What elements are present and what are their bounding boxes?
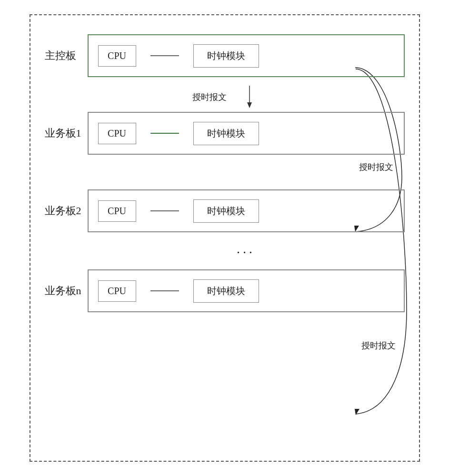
service-board-n-connector <box>150 290 179 291</box>
service-board-1-clock: 时钟模块 <box>193 122 259 145</box>
service-board-1-box: CPU 时钟模块 <box>88 112 405 155</box>
svg-marker-3 <box>355 409 359 415</box>
service-board-2-connector <box>150 210 179 211</box>
service-board-n-row: 业务板n CPU 时钟模块 <box>45 269 405 312</box>
service-board-2-clock: 时钟模块 <box>193 199 259 223</box>
service-board-1-cpu: CPU <box>98 123 136 144</box>
service-board-n-clock: 时钟模块 <box>193 279 259 303</box>
diagram-container: 授时报文 授时报文 授时报文 主控板 CPU 时钟模块 业务板1 CPU 时钟模… <box>30 14 420 462</box>
service-board-2-cpu: CPU <box>98 200 136 222</box>
service-board-2-label: 业务板2 <box>45 204 88 218</box>
service-board-1-row: 业务板1 CPU 时钟模块 <box>45 112 405 155</box>
label-shoshi-1: 授时报文 <box>192 92 227 102</box>
main-board-clock: 时钟模块 <box>193 44 259 68</box>
service-board-n-cpu: CPU <box>98 280 136 302</box>
service-board-1-connector <box>150 133 179 134</box>
main-board-row: 主控板 CPU 时钟模块 <box>45 34 405 77</box>
service-board-2-row: 业务板2 CPU 时钟模块 <box>45 189 405 232</box>
arrows-overlay: 授时报文 授时报文 授时报文 <box>30 15 419 461</box>
main-board-label: 主控板 <box>45 49 88 63</box>
service-board-1-label: 业务板1 <box>45 126 88 140</box>
dots-separator: ··· <box>45 241 405 265</box>
svg-marker-1 <box>247 102 252 108</box>
label-shoshi-3: 授时报文 <box>361 341 396 350</box>
main-board-cpu: CPU <box>98 45 136 67</box>
label-shoshi-2: 授时报文 <box>359 162 393 172</box>
main-board-connector <box>150 55 179 56</box>
main-board-box: CPU 时钟模块 <box>88 34 405 77</box>
service-board-2-box: CPU 时钟模块 <box>88 189 405 232</box>
service-board-n-box: CPU 时钟模块 <box>88 269 405 312</box>
service-board-n-label: 业务板n <box>45 284 88 298</box>
